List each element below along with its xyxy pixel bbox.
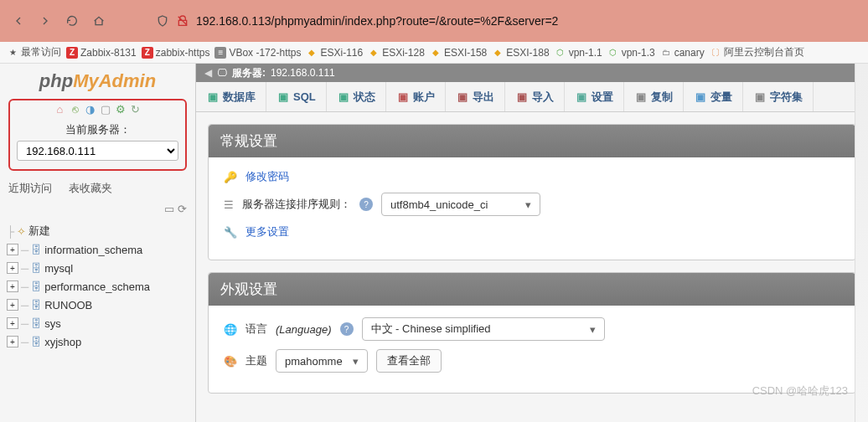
- main-tab[interactable]: ▣账户: [386, 82, 446, 111]
- row-language: 🌐 语言 (Language) ? 中文 - Chinese simplifie…: [224, 317, 840, 341]
- reload-button[interactable]: [60, 9, 84, 33]
- server-select[interactable]: 192.168.0.111: [17, 141, 178, 161]
- main-tab[interactable]: ▣字符集: [743, 82, 814, 111]
- db-icon: 🗄: [31, 317, 42, 330]
- bookmark-item[interactable]: ◆ESXi-128: [368, 47, 425, 59]
- expand-icon[interactable]: +: [7, 317, 18, 329]
- tree-db[interactable]: +─🗄RUNOOB: [7, 296, 189, 314]
- url-bar[interactable]: 192.168.0.113/phpmyadmin/index.php?route…: [156, 14, 558, 28]
- browser-toolbar: 192.168.0.113/phpmyadmin/index.php?route…: [0, 0, 868, 42]
- bookmark-item[interactable]: ◆ESXi-116: [306, 47, 363, 59]
- main-tab[interactable]: ▣导出: [446, 82, 505, 111]
- expand-icon[interactable]: +: [7, 280, 18, 292]
- link-change-password[interactable]: 修改密码: [245, 169, 289, 184]
- tree-db[interactable]: +─🗄xyjshop: [7, 332, 189, 351]
- expand-icon[interactable]: +: [7, 244, 18, 255]
- sidebar: phpMyAdmin ⌂ ⎋ ◑ ▢ ⚙ ↻ 当前服务器： 192.168.0.…: [0, 64, 196, 422]
- forward-button[interactable]: [34, 9, 57, 33]
- docs-icon[interactable]: ◑: [84, 102, 97, 116]
- reload-icon[interactable]: ↻: [129, 102, 142, 116]
- bookmark-icon: ◆: [306, 47, 318, 59]
- bookmark-item[interactable]: ⬡vpn-1.1: [555, 47, 602, 59]
- bookmark-item[interactable]: 🗀canary: [660, 47, 705, 59]
- main-tab[interactable]: ▣导入: [505, 82, 565, 111]
- tree-db[interactable]: +─🗄mysql: [7, 259, 189, 277]
- main-tab[interactable]: ▣设置: [565, 82, 624, 111]
- bookmark-item[interactable]: ⬡vpn-1.3: [607, 47, 655, 59]
- main-tab[interactable]: ▣复制: [624, 82, 684, 111]
- theme-select[interactable]: pmahomme: [276, 349, 368, 373]
- bookmark-icon: 🗀: [660, 47, 672, 59]
- settings-icon[interactable]: ⚙: [114, 102, 127, 116]
- bookmark-item[interactable]: ◆ESXI-158: [430, 47, 487, 59]
- panel-general: 常规设置 🔑 修改密码 ☰ 服务器连接排序规则： ? utf8mb4_unico…: [208, 124, 856, 260]
- expand-icon[interactable]: +: [7, 336, 18, 347]
- bookmark-icon: ◆: [368, 47, 380, 59]
- bookmark-icon: Z: [142, 47, 153, 59]
- wrench-icon: 🔧: [224, 226, 237, 239]
- tree-db[interactable]: +─🗄sys: [7, 314, 189, 332]
- tree-new[interactable]: ├✧新建: [7, 222, 189, 240]
- query-icon[interactable]: ▢: [99, 102, 112, 116]
- server-bar: ◀ 🖵 服务器: 192.168.0.111: [196, 64, 868, 82]
- tab-favorites[interactable]: 表收藏夹: [60, 178, 121, 199]
- db-icon: 🗄: [31, 336, 42, 348]
- bookmark-item[interactable]: ◆ESXI-188: [492, 47, 549, 59]
- bookmark-item[interactable]: ≡VBox -172-https: [214, 47, 301, 59]
- sidebar-mini-icons: ⌂ ⎋ ◑ ▢ ⚙ ↻: [17, 100, 178, 117]
- tab-icon: ▣: [515, 90, 529, 104]
- main-area: ◀ 🖵 服务器: 192.168.0.111 ▣数据库▣SQL▣状态▣账户▣导出…: [196, 64, 868, 422]
- home-button[interactable]: [87, 9, 111, 33]
- help-icon[interactable]: ?: [340, 322, 354, 336]
- bookmark-item[interactable]: ZZabbix-8131: [66, 47, 137, 59]
- bookmark-icon: Z: [66, 47, 78, 59]
- bookmark-icon: ◆: [430, 47, 442, 59]
- collation-select[interactable]: utf8mb4_unicode_ci: [381, 193, 540, 216]
- panel-appearance-title: 外观设置: [209, 273, 855, 306]
- expand-icon[interactable]: +: [7, 299, 18, 311]
- logo[interactable]: phpMyAdmin: [0, 64, 195, 95]
- main-tab[interactable]: ▣数据库: [196, 82, 266, 111]
- scrollbar[interactable]: [855, 64, 868, 422]
- main-tab[interactable]: ▣SQL: [266, 82, 327, 111]
- bookmark-item[interactable]: 〔〕阿里云控制台首页: [710, 45, 804, 59]
- db-tree: ├✧新建 +─🗄information_schema+─🗄mysql+─🗄per…: [0, 219, 195, 354]
- back-button[interactable]: [7, 9, 30, 33]
- bookmark-icon: ≡: [214, 47, 226, 59]
- link-more-settings[interactable]: 更多设置: [245, 224, 289, 239]
- expand-icon[interactable]: +: [7, 262, 18, 274]
- bookmark-item[interactable]: Zzabbix-https: [142, 47, 210, 59]
- main-tab[interactable]: ▣状态: [327, 82, 386, 111]
- tree-db[interactable]: +─🗄information_schema: [7, 240, 189, 259]
- home-icon[interactable]: ⌂: [54, 102, 67, 116]
- main-tabs: ▣数据库▣SQL▣状态▣账户▣导出▣导入▣设置▣复制▣变量▣字符集: [196, 82, 868, 112]
- key-icon: 🔑: [224, 171, 237, 183]
- url-text: 192.168.0.113/phpmyadmin/index.php?route…: [196, 14, 558, 28]
- collapse-icon[interactable]: ◀: [204, 67, 212, 79]
- tab-icon: ▣: [694, 90, 707, 104]
- language-select[interactable]: 中文 - Chinese simplified: [362, 317, 605, 341]
- tree-db[interactable]: +─🗄performance_schema: [7, 277, 189, 296]
- lang-paren: (Language): [276, 323, 332, 336]
- shield-icon: [156, 14, 169, 28]
- bookmark-icon: ◆: [492, 47, 504, 59]
- db-icon: 🗄: [31, 262, 42, 275]
- sidebar-collapse-icons[interactable]: ▭ ⟳: [0, 199, 195, 219]
- view-all-button[interactable]: 查看全部: [376, 349, 442, 373]
- server-prefix: 服务器:: [232, 66, 266, 80]
- collation-label: 服务器连接排序规则：: [242, 197, 351, 212]
- globe-icon: 🌐: [224, 323, 237, 336]
- row-theme: 🎨 主题 pmahomme 查看全部: [224, 349, 840, 373]
- tab-icon: ▣: [276, 90, 290, 104]
- bookmark-item[interactable]: ★最常访问: [7, 45, 61, 59]
- tab-icon: ▣: [206, 90, 220, 104]
- logout-icon[interactable]: ⎋: [69, 102, 82, 116]
- main-tab[interactable]: ▣变量: [684, 82, 743, 111]
- bookmarks-bar: ★最常访问ZZabbix-8131Zzabbix-https≡VBox -172…: [0, 42, 868, 64]
- list-icon: ☰: [224, 198, 234, 211]
- bookmark-icon: ⬡: [555, 47, 566, 59]
- bookmark-icon: ★: [7, 47, 18, 59]
- tab-recent[interactable]: 近期访问: [0, 178, 60, 199]
- help-icon[interactable]: ?: [359, 198, 373, 211]
- tab-icon: ▣: [575, 90, 588, 104]
